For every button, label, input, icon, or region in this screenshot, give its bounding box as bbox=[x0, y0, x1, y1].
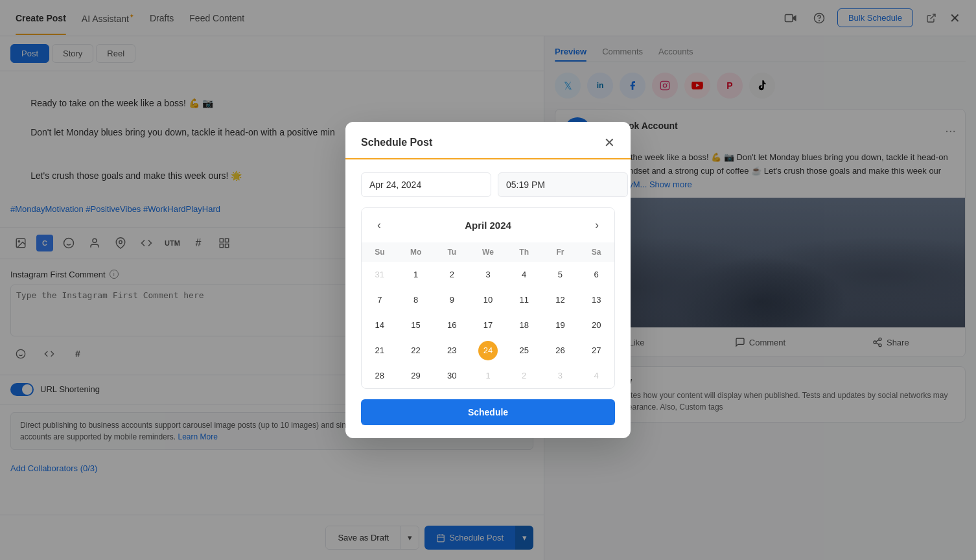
calendar-day-cell: 26 bbox=[542, 338, 579, 363]
calendar-day-cell: 3 bbox=[542, 363, 579, 388]
calendar-day[interactable]: 31 bbox=[373, 264, 387, 285]
date-input[interactable] bbox=[361, 172, 491, 197]
calendar-day[interactable]: 30 bbox=[445, 366, 459, 386]
calendar-day[interactable]: 4 bbox=[519, 264, 529, 285]
calendar-day-cell: 19 bbox=[542, 312, 579, 338]
calendar-day-cell: 31 bbox=[362, 262, 398, 287]
calendar-day[interactable]: 29 bbox=[408, 366, 423, 386]
calendar-day[interactable]: 19 bbox=[553, 315, 567, 335]
calendar-day[interactable]: 1 bbox=[411, 264, 421, 285]
calendar-day-cell: 21 bbox=[362, 338, 398, 363]
calendar-day-cell: 2 bbox=[506, 363, 542, 388]
calendar-day[interactable]: 16 bbox=[445, 315, 459, 335]
time-input[interactable] bbox=[498, 172, 628, 197]
calendar-day[interactable]: 14 bbox=[373, 315, 387, 335]
calendar-day-cell: 1 bbox=[398, 262, 434, 287]
calendar-day[interactable]: 11 bbox=[517, 290, 531, 310]
calendar-prev-button[interactable]: ‹ bbox=[372, 216, 386, 235]
calendar-day-cell: 3 bbox=[470, 262, 506, 287]
calendar-day-cell: 30 bbox=[434, 363, 470, 388]
calendar-day[interactable]: 28 bbox=[373, 366, 387, 386]
calendar-day-cell: 13 bbox=[578, 287, 614, 312]
modal-close-button[interactable]: ✕ bbox=[604, 135, 615, 150]
calendar-day[interactable]: 7 bbox=[375, 290, 384, 310]
calendar-day[interactable]: 15 bbox=[408, 315, 423, 335]
calendar-day-cell: 29 bbox=[398, 363, 434, 388]
calendar-day[interactable]: 23 bbox=[445, 340, 459, 360]
calendar-day-cell: 4 bbox=[506, 262, 542, 287]
cal-day-header-we: We bbox=[470, 242, 506, 262]
calendar-grid: Su Mo Tu We Th Fr Sa 3112345678910111213… bbox=[362, 242, 614, 388]
calendar-day[interactable]: 25 bbox=[517, 340, 531, 360]
calendar-day-cell: 25 bbox=[506, 338, 542, 363]
modal-body: ‹ April 2024 › Su Mo Tu We Th Fr Sa 3112… bbox=[345, 159, 631, 438]
calendar-day[interactable]: 22 bbox=[408, 340, 423, 360]
calendar-day-cell: 22 bbox=[398, 338, 434, 363]
calendar-day-cell: 20 bbox=[578, 312, 614, 338]
cal-day-header-sa: Sa bbox=[578, 242, 614, 262]
calendar-day[interactable]: 3 bbox=[555, 366, 565, 386]
calendar-day[interactable]: 5 bbox=[555, 264, 565, 285]
calendar-day-cell: 4 bbox=[578, 363, 614, 388]
calendar-day-cell: 18 bbox=[506, 312, 542, 338]
calendar-day[interactable]: 17 bbox=[481, 315, 495, 335]
calendar-day-cell: 16 bbox=[434, 312, 470, 338]
calendar-day[interactable]: 13 bbox=[589, 290, 603, 310]
calendar-day-cell: 28 bbox=[362, 363, 398, 388]
calendar-day-cell: 17 bbox=[470, 312, 506, 338]
calendar: ‹ April 2024 › Su Mo Tu We Th Fr Sa 3112… bbox=[361, 207, 615, 389]
calendar-day-cell: 7 bbox=[362, 287, 398, 312]
calendar-day-cell: 8 bbox=[398, 287, 434, 312]
calendar-day[interactable]: 10 bbox=[481, 290, 495, 310]
calendar-day-cell: 24 bbox=[470, 338, 506, 363]
calendar-day[interactable]: 2 bbox=[519, 366, 529, 386]
calendar-month-label: April 2024 bbox=[465, 220, 511, 231]
calendar-day[interactable]: 9 bbox=[447, 290, 457, 310]
calendar-day-cell: 12 bbox=[542, 287, 579, 312]
calendar-day[interactable]: 18 bbox=[517, 315, 531, 335]
cal-day-header-mo: Mo bbox=[398, 242, 434, 262]
cal-day-header-th: Th bbox=[506, 242, 542, 262]
calendar-day-cell: 27 bbox=[578, 338, 614, 363]
calendar-day[interactable]: 8 bbox=[411, 290, 421, 310]
calendar-day[interactable]: 1 bbox=[483, 366, 493, 386]
calendar-day[interactable]: 26 bbox=[553, 340, 567, 360]
calendar-day[interactable]: 4 bbox=[592, 366, 601, 386]
schedule-post-modal: Schedule Post ✕ ‹ April 2024 › Su Mo bbox=[345, 122, 631, 438]
modal-overlay[interactable]: Schedule Post ✕ ‹ April 2024 › Su Mo bbox=[0, 0, 976, 560]
calendar-day[interactable]: 21 bbox=[373, 340, 387, 360]
calendar-day-cell: 2 bbox=[434, 262, 470, 287]
calendar-day-cell: 10 bbox=[470, 287, 506, 312]
datetime-row bbox=[361, 172, 615, 197]
calendar-day-today[interactable]: 24 bbox=[478, 341, 498, 360]
calendar-day-cell: 1 bbox=[470, 363, 506, 388]
calendar-day[interactable]: 12 bbox=[553, 290, 567, 310]
cal-day-header-tu: Tu bbox=[434, 242, 470, 262]
calendar-day[interactable]: 20 bbox=[589, 315, 603, 335]
calendar-day-cell: 14 bbox=[362, 312, 398, 338]
calendar-day-cell: 9 bbox=[434, 287, 470, 312]
calendar-day-cell: 5 bbox=[542, 262, 579, 287]
calendar-day[interactable]: 2 bbox=[447, 264, 457, 285]
calendar-day[interactable]: 27 bbox=[589, 340, 603, 360]
calendar-day[interactable]: 3 bbox=[483, 264, 493, 285]
calendar-day-cell: 6 bbox=[578, 262, 614, 287]
modal-schedule-button[interactable]: Schedule bbox=[361, 399, 615, 425]
calendar-day-cell: 23 bbox=[434, 338, 470, 363]
cal-day-header-su: Su bbox=[362, 242, 398, 262]
modal-title: Schedule Post bbox=[361, 137, 432, 148]
calendar-day-cell: 11 bbox=[506, 287, 542, 312]
cal-day-header-fr: Fr bbox=[542, 242, 579, 262]
calendar-day-cell: 15 bbox=[398, 312, 434, 338]
calendar-header: ‹ April 2024 › bbox=[362, 208, 614, 242]
modal-header: Schedule Post ✕ bbox=[345, 122, 631, 159]
calendar-next-button[interactable]: › bbox=[590, 216, 604, 235]
calendar-day[interactable]: 6 bbox=[592, 264, 601, 285]
